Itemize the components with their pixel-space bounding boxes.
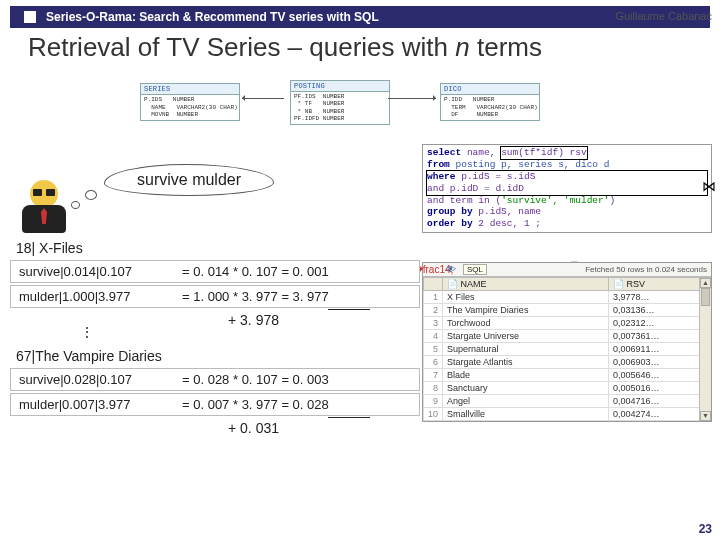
table-row: 10Smallville0,004274… — [424, 408, 711, 421]
scroll-down-icon[interactable]: ▼ — [700, 411, 711, 421]
series-label: 18| X-Files — [10, 240, 420, 256]
query-result-panel: �frac14; 👁 SQL Fetched 50 rows in 0.024 … — [422, 262, 712, 422]
status-text: Fetched 50 rows in 0.024 seconds — [585, 265, 707, 274]
calc-row: mulder|1.000|3.977 = 1. 000 * 3. 977 = 3… — [10, 285, 420, 308]
table-row: 2The Vampire Diaries0,03136… — [424, 304, 711, 317]
schema-box-dico: DICO P.IDD NUMBER TERM VARCHAR2(30 CHAR)… — [440, 83, 540, 121]
page-number: 23 — [699, 522, 712, 536]
sql-tab[interactable]: SQL — [463, 264, 487, 275]
arrow-icon — [242, 98, 284, 99]
vertical-ellipsis-icon: ⋮ — [10, 330, 420, 344]
schema-box-series: SERIES P.IDS NUMBER NAME VARCHAR2(30 CHA… — [140, 83, 240, 121]
calc-row: mulder|0.007|3.977 = 0. 007 * 3. 977 = 0… — [10, 393, 420, 416]
table-row: 6Stargate Atlantis0,006903… — [424, 356, 711, 369]
bullet-icon — [24, 11, 36, 23]
table-row: 4Stargate Universe0,007361… — [424, 330, 711, 343]
scrollbar[interactable]: ▲ ▼ — [699, 278, 711, 421]
schema-diagram: SERIES P.IDS NUMBER NAME VARCHAR2(30 CHA… — [140, 66, 580, 138]
pin-icon[interactable]: �frac14; — [427, 264, 439, 275]
table-row: 7Blade0,005646… — [424, 369, 711, 382]
scroll-thumb[interactable] — [701, 288, 710, 306]
sum-row: + 3. 978 — [10, 310, 420, 330]
series-label: 67|The Vampire Diaries — [10, 348, 420, 364]
slide-title: Retrieval of TV Series – queries with n … — [0, 28, 720, 65]
author-label: Guillaume Cabanac — [615, 10, 712, 22]
sum-row: + 0. 031 — [10, 418, 420, 438]
calculation-zone: 18| X-Files survive|0.014|0.107 = 0. 014… — [10, 240, 420, 438]
view-icon[interactable]: 👁 — [445, 264, 457, 275]
header-bar: Series-O-Rama: Search & Recommend TV ser… — [10, 6, 710, 28]
result-table: 📄 NAME 📄 RSV 1X Files3,9778… 2The Vampir… — [423, 277, 711, 421]
schema-box-posting: POSTING PF.IDS NUMBER * TF NUMBER * NB N… — [290, 80, 390, 125]
join-icon: ⋈ — [702, 178, 716, 194]
avatar — [18, 180, 72, 236]
table-row: 3Torchwood0,02312… — [424, 317, 711, 330]
thought-bubble: survive mulder — [104, 164, 274, 196]
table-row: 1X Files3,9778… — [424, 291, 711, 304]
table-row: 5Supernatural0,006911… — [424, 343, 711, 356]
table-row: 9Angel0,004716… — [424, 395, 711, 408]
header-title: Series-O-Rama: Search & Recommend TV ser… — [46, 10, 379, 24]
calc-row: survive|0.028|0.107 = 0. 028 * 0. 107 = … — [10, 368, 420, 391]
table-row: 8Sanctuary0,005016… — [424, 382, 711, 395]
arrow-icon — [388, 98, 436, 99]
scroll-up-icon[interactable]: ▲ — [700, 278, 711, 288]
sql-panel: select name, sum(tf*idf) rsv from postin… — [422, 144, 712, 233]
calc-row: survive|0.014|0.107 = 0. 014 * 0. 107 = … — [10, 260, 420, 283]
